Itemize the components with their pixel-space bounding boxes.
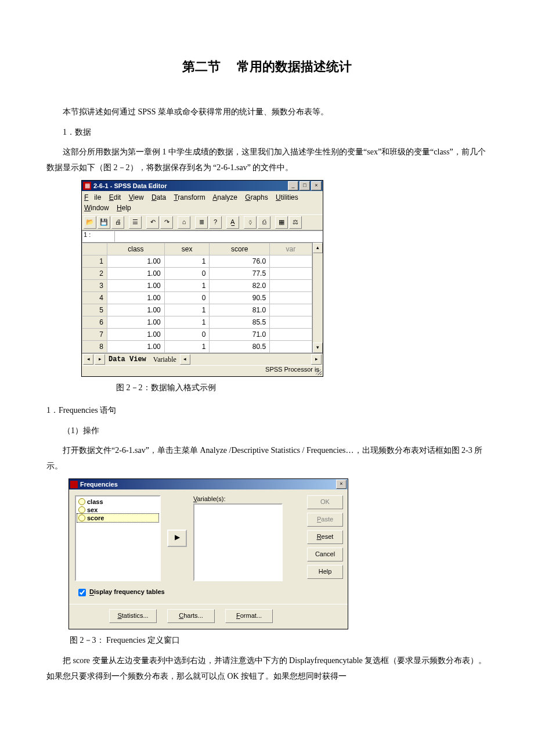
cell-name-box[interactable]: 1 :: [82, 231, 114, 242]
scroll-down-icon[interactable]: ▾: [313, 343, 323, 353]
weight-cases-icon[interactable]: ▦: [275, 216, 288, 229]
figure-2-2-caption: 图 2－2：数据输入格式示例: [116, 380, 488, 396]
hscroll-right-icon[interactable]: ▸: [311, 354, 322, 365]
table-row: 31.00182.0: [82, 280, 312, 292]
section-title: 第二节 常用的数据描述统计: [46, 58, 488, 75]
menu-transform[interactable]: Transform: [174, 193, 205, 201]
undo-icon[interactable]: ↶: [146, 216, 159, 229]
menu-view[interactable]: View: [129, 193, 144, 201]
spss-data-editor-window: ▦ 2-6-1 - SPSS Data Editor _ □ × File Ed…: [81, 180, 323, 377]
app-icon: ▦: [83, 182, 91, 190]
list-item: sex: [77, 506, 158, 514]
scale-icon: [78, 514, 85, 521]
display-frequency-checkbox[interactable]: Display frequency tables: [69, 585, 348, 604]
dialog-recall-icon[interactable]: ☰: [129, 216, 142, 229]
table-row: 61.00185.5: [82, 316, 312, 329]
list-item: score: [77, 514, 158, 522]
data-grid[interactable]: class sex score var 11.00176.0 21.00077.…: [82, 243, 312, 353]
ok-button[interactable]: OK: [307, 495, 343, 509]
menu-edit[interactable]: Edit: [109, 193, 121, 201]
print-icon[interactable]: 🖨: [111, 216, 124, 229]
table-row: 11.00176.0: [82, 255, 312, 268]
figure-2-3-caption: 图 2－3： Frequencies 定义窗口: [70, 633, 488, 649]
tab-variable-view[interactable]: Variable: [150, 355, 180, 364]
save-icon[interactable]: 💾: [98, 216, 110, 229]
col-class[interactable]: class: [107, 243, 165, 255]
source-variable-list[interactable]: class sex score: [75, 495, 161, 581]
target-variable-list[interactable]: [193, 503, 283, 581]
para-open-file: 打开数据文件“2-6-1.sav”，单击主菜单 Analyze /Descrip…: [46, 443, 488, 474]
close-button[interactable]: ×: [311, 181, 322, 190]
menu-file[interactable]: File: [84, 193, 101, 201]
menu-help[interactable]: Help: [117, 204, 131, 212]
paste-button[interactable]: Paste: [307, 513, 343, 527]
insert-case-icon[interactable]: A̲: [226, 216, 239, 229]
menu-data[interactable]: Data: [151, 193, 166, 201]
checkbox-input[interactable]: [78, 589, 86, 596]
statistics-button[interactable]: Statistics...: [109, 609, 157, 623]
table-row: 21.00077.5: [82, 268, 312, 280]
maximize-button[interactable]: □: [300, 181, 310, 190]
para-operation: （1）操作: [46, 423, 488, 439]
goto-case-icon[interactable]: ⌂: [178, 216, 190, 229]
table-row: 41.00090.5: [82, 292, 312, 304]
open-icon[interactable]: 📂: [84, 216, 96, 229]
minimize-button[interactable]: _: [288, 181, 298, 190]
status-text: SPSS Processor is: [265, 366, 319, 373]
tab-prev-icon[interactable]: ◂: [83, 354, 93, 365]
value-labels-icon[interactable]: ⚖: [289, 216, 302, 229]
scroll-up-icon[interactable]: ▴: [313, 243, 323, 253]
reset-button[interactable]: Reset: [307, 530, 343, 544]
para-intro: 本节拟讲述如何通过 SPSS 菜单或命令获得常用的统计量、频数分布表等。: [46, 105, 488, 120]
cancel-button[interactable]: Cancel: [307, 548, 343, 561]
col-sex[interactable]: sex: [164, 243, 210, 255]
format-button[interactable]: Format...: [225, 609, 273, 623]
menu-graphs[interactable]: Graphs: [245, 193, 268, 201]
col-var[interactable]: var: [270, 243, 312, 255]
window-title: 2-6-1 - SPSS Data Editor: [93, 182, 288, 189]
dialog-title: Frequencies: [80, 481, 336, 488]
list-item: class: [77, 498, 158, 506]
variables-icon[interactable]: ≣: [195, 216, 208, 229]
find-icon[interactable]: ?: [209, 216, 222, 229]
charts-button[interactable]: Charts...: [167, 609, 215, 623]
dialog-icon: [70, 481, 78, 488]
cell-value-box[interactable]: [114, 231, 323, 242]
menu-window[interactable]: Window: [84, 204, 109, 212]
tab-data-view[interactable]: Data View: [105, 355, 150, 363]
frequencies-dialog: Frequencies × class sex score ▶ Variable…: [68, 478, 348, 629]
para-data-desc: 这部分所用数据为第一章例 1 中学生成绩的数据，这里我们加入描述学生性别的变量“…: [46, 145, 488, 175]
status-bar: SPSS Processor is: [82, 365, 323, 376]
scale-icon: [78, 506, 85, 513]
menu-analyze[interactable]: Analyze: [212, 193, 237, 201]
heading-frequencies: 1．Frequencies 语句: [46, 403, 488, 419]
para-data-heading: 1．数据: [46, 125, 488, 141]
dialog-close-button[interactable]: ×: [336, 480, 347, 489]
split-file-icon[interactable]: ⎙: [258, 216, 270, 229]
corner-cell: [82, 243, 107, 255]
cell-editor: 1 :: [82, 231, 323, 243]
dialog-titlebar: Frequencies ×: [69, 479, 348, 489]
titlebar: ▦ 2-6-1 - SPSS Data Editor _ □ ×: [82, 181, 323, 191]
insert-variable-icon[interactable]: ⎀: [244, 216, 257, 229]
tab-next-icon[interactable]: ▸: [95, 354, 105, 365]
menu-utilities[interactable]: Utilities: [276, 193, 298, 201]
scale-icon: [78, 498, 85, 505]
hscroll-left-icon[interactable]: ◂: [180, 354, 190, 365]
horizontal-scrollbar[interactable]: ◂ ▸: [180, 354, 323, 365]
table-row: 71.00071.0: [82, 329, 312, 341]
toolbar: 📂 💾 🖨 ☰ ↶ ↷ ⌂ ≣ ? A̲ ⎀ ⎙ ▦ ⚖: [82, 214, 323, 231]
resize-grip-icon[interactable]: [316, 369, 322, 375]
col-score[interactable]: score: [210, 243, 270, 255]
menubar: File Edit View Data Transform Analyze Gr…: [82, 191, 323, 214]
move-right-button[interactable]: ▶: [167, 530, 187, 547]
vertical-scrollbar[interactable]: ▴ ▾: [312, 243, 323, 353]
sheet-tabs: ◂ ▸ Data View Variable ◂ ▸: [82, 353, 323, 365]
target-label: Variable(s):: [193, 495, 302, 502]
table-row: 81.00180.5: [82, 341, 312, 353]
table-row: 51.00181.0: [82, 304, 312, 316]
para-last: 把 score 变量从左边变量表列中选到右边，并请注意选中下方的 Display…: [46, 653, 488, 684]
help-button[interactable]: Help: [307, 565, 343, 579]
redo-icon[interactable]: ↷: [160, 216, 173, 229]
